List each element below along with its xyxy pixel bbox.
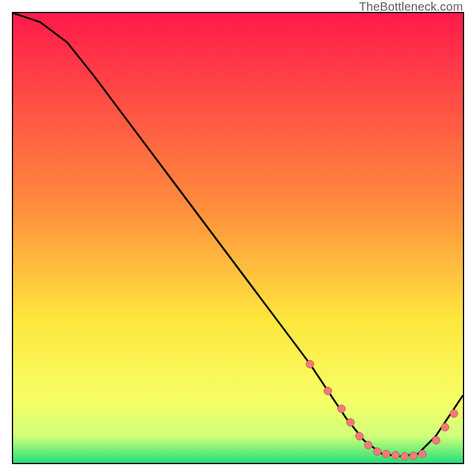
chart-area xyxy=(12,12,464,464)
scatter-dot xyxy=(400,452,409,461)
scatter-dot xyxy=(355,432,364,440)
scatter-dot xyxy=(432,436,440,444)
scatter-dot xyxy=(373,447,381,456)
scatter-dot xyxy=(364,441,372,449)
scatter-dot xyxy=(382,450,390,458)
scatter-dot xyxy=(450,409,458,418)
scatter-dot xyxy=(418,450,427,458)
scatter-dot xyxy=(392,451,400,459)
heat-gradient-background xyxy=(13,13,463,463)
scatter-dot xyxy=(346,418,355,427)
scatter-dot xyxy=(409,452,418,460)
scatter-dot xyxy=(441,423,449,431)
svg-rect-0 xyxy=(13,13,463,463)
scatter-dot xyxy=(324,387,332,395)
scatter-dot xyxy=(337,405,346,413)
scatter-dot xyxy=(306,360,314,368)
